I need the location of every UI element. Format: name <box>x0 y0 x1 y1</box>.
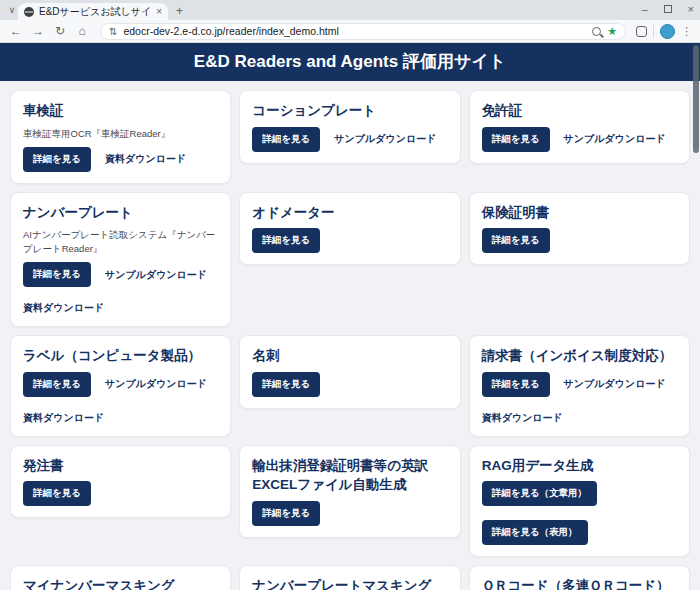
card-title: ＱＲコード（多連ＱＲコード） <box>482 576 677 590</box>
product-card: ＱＲコード（多連ＱＲコード） 詳細を見る <box>469 565 690 590</box>
bookmark-star-icon[interactable]: ★ <box>607 25 617 38</box>
card-title: 免許証 <box>482 101 677 121</box>
menu-dots-icon[interactable]: ⋮ <box>681 25 692 38</box>
detail-button[interactable]: 詳細を見る <box>252 372 320 397</box>
detail-button[interactable]: 詳細を見る <box>482 127 550 152</box>
detail-button[interactable]: 詳細を見る <box>482 228 550 253</box>
card-title: マイナンバーマスキング <box>23 576 218 590</box>
card-actions: 詳細を見る <box>23 481 218 506</box>
toolbar-divider <box>653 24 654 38</box>
new-tab-button[interactable]: + <box>176 4 183 18</box>
card-actions: 詳細を見るサンプルダウンロード <box>252 127 447 152</box>
download-link[interactable]: 資料ダウンロード <box>105 152 186 166</box>
browser-toolbar: ← → ↻ ⌂ ⇅ edocr-dev-2.e-d.co.jp/reader/i… <box>0 20 700 43</box>
product-card: オドメーター 詳細を見る <box>239 192 460 266</box>
product-card: 免許証 詳細を見るサンプルダウンロード <box>469 90 690 164</box>
close-button[interactable]: × <box>688 2 694 16</box>
card-actions: 詳細を見る <box>252 228 447 253</box>
download-link[interactable]: サンプルダウンロード <box>564 132 666 146</box>
card-title: 輸出抹消登録証明書等の英訳EXCELファイル自動生成 <box>252 456 447 495</box>
card-title: 車検証 <box>23 101 218 121</box>
tab-close-icon[interactable]: × <box>156 6 162 17</box>
card-title: RAG用データ生成 <box>482 456 677 476</box>
card-grid: 車検証 車検証専用OCR『車検証Reader』 詳細を見る資料ダウンロード コー… <box>10 90 690 590</box>
browser-tab-strip: ∨ E&Dサービスお試しサイト × + – × <box>0 0 700 20</box>
minimize-button[interactable]: – <box>641 2 647 16</box>
url-text[interactable]: edocr-dev-2.e-d.co.jp/reader/index_demo.… <box>123 25 586 37</box>
card-actions: 詳細を見る <box>482 228 677 253</box>
forward-icon[interactable]: → <box>30 24 46 38</box>
download-link[interactable]: サンプルダウンロード <box>105 377 207 391</box>
detail-button[interactable]: 詳細を見る <box>23 262 91 287</box>
detail-button[interactable]: 詳細を見る <box>252 228 320 253</box>
maximize-button[interactable] <box>664 5 672 13</box>
tab-title: E&Dサービスお試しサイト <box>39 5 151 19</box>
detail-button[interactable]: 詳細を見る（文章用） <box>482 481 597 506</box>
product-card: 輸出抹消登録証明書等の英訳EXCELファイル自動生成 詳細を見る <box>239 445 460 538</box>
download-link[interactable]: サンプルダウンロード <box>105 268 207 282</box>
site-info-icon[interactable]: ⇅ <box>109 26 117 37</box>
reload-icon[interactable]: ↻ <box>52 24 68 38</box>
product-card: 名刺 詳細を見る <box>239 335 460 409</box>
zoom-icon[interactable] <box>592 27 601 36</box>
product-card: RAG用データ生成 詳細を見る（文章用）詳細を見る（表用） <box>469 445 690 558</box>
product-card: 請求書（インボイス制度対応） 詳細を見るサンプルダウンロード資料ダウンロード <box>469 335 690 437</box>
card-actions: 詳細を見るサンプルダウンロード資料ダウンロード <box>482 372 677 425</box>
home-icon[interactable]: ⌂ <box>74 24 90 38</box>
profile-avatar[interactable] <box>660 24 675 39</box>
card-subtitle: AIナンバープレート読取システム『ナンバープレートReader』 <box>23 228 218 255</box>
scrollbar-thumb[interactable] <box>693 45 699 153</box>
card-actions: 詳細を見る（文章用）詳細を見る（表用） <box>482 481 677 545</box>
card-title: 請求書（インボイス制度対応） <box>482 346 677 366</box>
card-actions: 詳細を見る <box>252 372 447 397</box>
card-actions: 詳細を見る資料ダウンロード <box>23 147 218 172</box>
product-card: コーションプレート 詳細を見るサンプルダウンロード <box>239 90 460 164</box>
detail-button[interactable]: 詳細を見る <box>252 501 320 526</box>
card-actions: 詳細を見るサンプルダウンロード資料ダウンロード <box>23 262 218 315</box>
product-card: マイナンバーマスキング 詳細を見る <box>10 565 231 590</box>
detail-button[interactable]: 詳細を見る <box>23 372 91 397</box>
card-title: 発注書 <box>23 456 218 476</box>
download-link[interactable]: 資料ダウンロード <box>23 411 104 425</box>
product-card: 車検証 車検証専用OCR『車検証Reader』 詳細を見る資料ダウンロード <box>10 90 231 184</box>
download-link[interactable]: サンプルダウンロード <box>564 377 666 391</box>
product-card: ナンバープレート AIナンバープレート読取システム『ナンバープレートReader… <box>10 192 231 327</box>
download-link[interactable]: 資料ダウンロード <box>23 301 104 315</box>
back-icon[interactable]: ← <box>8 24 24 38</box>
card-title: オドメーター <box>252 203 447 223</box>
browser-tab[interactable]: E&Dサービスお試しサイト × <box>18 3 168 20</box>
product-card: ナンバープレートマスキング 詳細を見る <box>239 565 460 590</box>
detail-button[interactable]: 詳細を見る（表用） <box>482 520 588 545</box>
chevron-down-icon[interactable]: ∨ <box>5 4 19 16</box>
product-card: ラベル（コンピュータ製品） 詳細を見るサンプルダウンロード資料ダウンロード <box>10 335 231 437</box>
page-content: 車検証 車検証専用OCR『車検証Reader』 詳細を見る資料ダウンロード コー… <box>0 81 700 590</box>
card-title: ラベル（コンピュータ製品） <box>23 346 218 366</box>
card-subtitle: 車検証専用OCR『車検証Reader』 <box>23 127 218 140</box>
card-actions: 詳細を見るサンプルダウンロード <box>482 127 677 152</box>
detail-button[interactable]: 詳細を見る <box>482 372 550 397</box>
detail-button[interactable]: 詳細を見る <box>23 147 91 172</box>
card-title: ナンバープレートマスキング <box>252 576 447 590</box>
product-card: 保険証明書 詳細を見る <box>469 192 690 266</box>
card-actions: 詳細を見るサンプルダウンロード資料ダウンロード <box>23 372 218 425</box>
card-actions: 詳細を見る <box>252 501 447 526</box>
card-title: ナンバープレート <box>23 203 218 223</box>
product-card: 発注書 詳細を見る <box>10 445 231 519</box>
page-title: E&D Readers and Agents 評価用サイト <box>0 43 700 81</box>
card-title: コーションプレート <box>252 101 447 121</box>
window-controls: – × <box>641 2 694 16</box>
extensions-icon[interactable] <box>636 26 647 37</box>
card-title: 名刺 <box>252 346 447 366</box>
card-title: 保険証明書 <box>482 203 677 223</box>
detail-button[interactable]: 詳細を見る <box>23 481 91 506</box>
download-link[interactable]: サンプルダウンロード <box>334 132 436 146</box>
detail-button[interactable]: 詳細を見る <box>252 127 320 152</box>
address-bar[interactable]: ⇅ edocr-dev-2.e-d.co.jp/reader/index_dem… <box>100 23 626 40</box>
site-favicon-icon <box>24 7 34 17</box>
download-link[interactable]: 資料ダウンロード <box>482 411 563 425</box>
